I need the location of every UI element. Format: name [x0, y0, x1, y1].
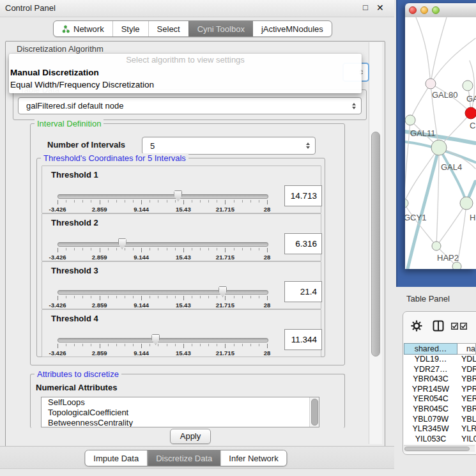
mac-close-button[interactable] [409, 6, 417, 14]
threshold-1-slider[interactable]: -3.4262.8599.14415.4321.71528 [58, 189, 267, 212]
split-columns-icon[interactable] [433, 320, 444, 332]
table-row[interactable]: YBR045CYBR0 [404, 404, 476, 415]
threshold-4-slider[interactable]: -3.4262.8599.14415.4321.71528 [58, 333, 267, 356]
cell-name[interactable]: YBR0 [457, 374, 476, 385]
network-node[interactable] [460, 197, 473, 210]
network-node[interactable] [405, 199, 408, 208]
cell-shared-name[interactable]: YER054C [404, 394, 457, 404]
network-icon [62, 25, 70, 33]
network-edge[interactable] [431, 17, 447, 84]
network-node[interactable] [463, 81, 473, 91]
cell-name[interactable]: YBR0 [457, 404, 476, 415]
network-edge[interactable] [405, 148, 439, 203]
table-row[interactable]: YER054CYER0 [404, 394, 476, 404]
mode-tab-infer-network[interactable]: Infer Network [220, 450, 286, 466]
column-header-shared-name[interactable]: shared… [404, 343, 457, 355]
list-scrollbar[interactable] [309, 397, 319, 427]
table-hscrollbar-thumb[interactable] [404, 447, 470, 451]
cell-name[interactable]: YLR3 [457, 424, 476, 434]
float-window-icon[interactable]: □ [363, 3, 368, 12]
slider-tick-labels: -3.4262.8599.14415.4321.71528 [58, 349, 267, 357]
tab-label: jActiveMNodules [261, 24, 323, 34]
network-edge[interactable] [410, 84, 431, 120]
number-of-intervals-combobox[interactable]: 5 [142, 137, 316, 155]
mode-tab-label: Impute Data [93, 454, 139, 463]
threshold-3-value-field[interactable]: 21.4 [284, 281, 322, 302]
control-panel-titlebar: Control Panel □ ✕ [0, 0, 394, 17]
slider-track[interactable] [58, 338, 268, 342]
table-row[interactable]: YLR345WYLR3 [404, 424, 476, 434]
mac-minimize-button[interactable] [420, 6, 428, 14]
table-row[interactable]: YBL079WYBL0 [404, 415, 476, 425]
slider-track[interactable] [58, 290, 268, 295]
cell-shared-name[interactable]: YDL19… [404, 355, 457, 365]
cell-shared-name[interactable]: YPR145W [404, 385, 457, 395]
table-row[interactable]: YDL19…YDL1 [404, 355, 476, 365]
network-canvas[interactable]: GAL80GAGAL11CGAL4GCY1HHAP2 [405, 17, 476, 269]
cell-shared-name[interactable]: YDR27… [404, 365, 457, 375]
network-node[interactable] [405, 115, 415, 125]
network-window-titlebar[interactable] [405, 3, 476, 18]
cell-name[interactable]: YDL1 [457, 355, 476, 365]
cell-shared-name[interactable]: YIL053C [404, 434, 457, 444]
apply-button[interactable]: Apply [170, 429, 211, 444]
tab-style[interactable]: Style [112, 21, 148, 36]
table-row[interactable]: YPR145WYPR1 [404, 385, 476, 395]
checkbox-icon[interactable] [460, 323, 467, 330]
cell-name[interactable]: YDR2 [457, 365, 476, 375]
algorithm-option-manual[interactable]: Manual Discretization [9, 66, 362, 79]
panel-scrollbar-thumb[interactable] [371, 132, 380, 357]
slider-tick-labels: -3.4262.8599.14415.4321.71528 [58, 254, 267, 261]
thresholds-group: Threshold's Coordinates for 5 Intervals … [36, 158, 325, 357]
threshold-2-value-field[interactable]: 6.316 [284, 233, 322, 254]
list-scrollbar-thumb[interactable] [311, 399, 318, 426]
cell-shared-name[interactable]: YBR045C [404, 404, 457, 415]
cell-shared-name[interactable]: YBR043C [404, 374, 457, 385]
table-row[interactable]: YIL053CYIL0 [404, 434, 476, 444]
network-node[interactable] [452, 262, 461, 269]
mode-tab-discretize-data[interactable]: Discretize Data [147, 450, 220, 466]
table-data-combobox-value: galFiltered.sif default node [19, 101, 123, 111]
table-row[interactable]: YBR043CYBR0 [404, 374, 476, 385]
attribute-list-item[interactable]: TopologicalCoefficient [42, 408, 319, 418]
close-icon[interactable]: ✕ [376, 3, 384, 13]
checkbox-icon[interactable] [451, 323, 458, 330]
network-node[interactable] [432, 242, 441, 250]
tab-jactivemnodules[interactable]: jActiveMNodules [253, 21, 332, 36]
mode-tab-impute-data[interactable]: Impute Data [85, 450, 147, 466]
table-row[interactable]: YDR27…YDR2 [404, 365, 476, 375]
threshold-4-value-field[interactable]: 11.344 [284, 329, 322, 350]
thresholds-group-title: Threshold's Coordinates for 5 Intervals [41, 153, 188, 163]
attribute-list-item[interactable]: BetweennessCentrality [42, 418, 319, 427]
threshold-3-slider[interactable]: -3.4262.8599.14415.4321.71528 [58, 285, 267, 308]
cell-name[interactable]: YPR1 [457, 385, 476, 395]
network-edge[interactable] [431, 38, 475, 84]
network-edge[interactable] [405, 203, 436, 246]
algorithm-option-equal-width[interactable]: Equal Width/Frequency Discretization [9, 79, 362, 91]
tab-select[interactable]: Select [148, 21, 188, 36]
numerical-attributes-list[interactable]: SelfLoopsTopologicalCoefficientBetweenne… [41, 397, 319, 427]
network-edge[interactable] [408, 148, 439, 269]
column-header-name[interactable]: na [457, 343, 476, 355]
table-data-combobox[interactable]: galFiltered.sif default node [18, 97, 362, 114]
slider-track[interactable] [58, 242, 268, 247]
slider-track[interactable] [58, 194, 268, 199]
threshold-2-slider[interactable]: -3.4262.8599.14415.4321.71528 [58, 237, 267, 260]
cell-name[interactable]: YBL0 [457, 415, 476, 425]
node-attribute-table[interactable]: shared… na YDL19…YDL1YDR27…YDR2YBR043CYB… [404, 343, 476, 444]
tab-cyni-toolbox[interactable]: Cyni Toolbox [188, 21, 253, 36]
cell-shared-name[interactable]: YBL079W [404, 415, 457, 425]
attribute-list-item[interactable]: SelfLoops [42, 397, 319, 408]
network-edge[interactable] [416, 17, 431, 84]
threshold-1-value-field[interactable]: 14.713 [284, 185, 322, 206]
cell-name[interactable]: YIL0 [457, 434, 476, 444]
network-node[interactable] [426, 79, 436, 89]
table-hscrollbar[interactable] [404, 445, 475, 452]
cell-name[interactable]: YER0 [457, 394, 476, 404]
gear-icon[interactable] [411, 320, 422, 332]
mac-zoom-button[interactable] [432, 6, 440, 14]
network-node[interactable] [465, 107, 476, 119]
network-node[interactable] [431, 140, 447, 155]
cell-shared-name[interactable]: YLR345W [404, 424, 457, 434]
tab-network[interactable]: Network [54, 21, 112, 36]
